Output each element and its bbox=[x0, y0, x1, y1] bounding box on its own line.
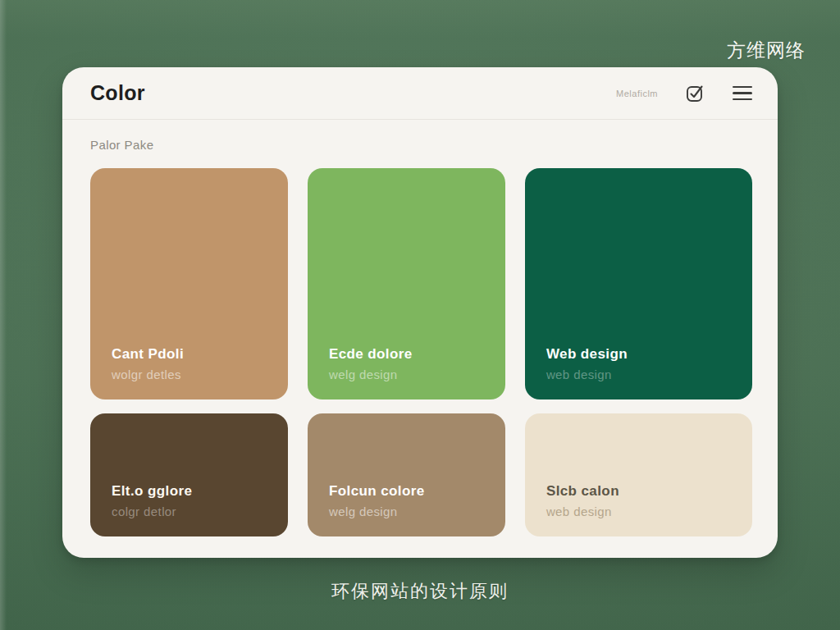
swatch-grid: Cant Pdoli wolgr detles Ecde dolore welg… bbox=[90, 168, 752, 536]
color-swatch[interactable]: Folcun colore welg design bbox=[308, 413, 505, 536]
swatch-name: Cant Pdoli bbox=[112, 346, 267, 363]
page-title: Color bbox=[90, 81, 145, 105]
swatch-name: Web design bbox=[546, 346, 731, 363]
header-meta-label: Melaficlm bbox=[616, 89, 658, 98]
checkbox-check-icon[interactable] bbox=[684, 83, 705, 104]
color-swatch[interactable]: Ecde dolore welg design bbox=[308, 168, 505, 399]
hamburger-menu-icon[interactable] bbox=[732, 83, 753, 104]
palette-subtitle: Palor Pake bbox=[90, 138, 750, 152]
swatch-name: Folcun colore bbox=[329, 483, 484, 500]
header-actions: Melaficlm bbox=[616, 83, 753, 104]
watermark-text: 方维网络 bbox=[727, 38, 806, 63]
card-header: Color Melaficlm bbox=[62, 67, 778, 120]
swatch-description: colgr detlor bbox=[112, 504, 267, 518]
swatch-name: Ecde dolore bbox=[329, 346, 484, 363]
swatch-description: web design bbox=[546, 504, 731, 518]
caption-text: 环保网站的设计原则 bbox=[0, 579, 840, 604]
swatch-description: wolgr detles bbox=[112, 368, 267, 381]
color-swatch[interactable]: Cant Pdoli wolgr detles bbox=[90, 168, 288, 399]
swatch-description: welg design bbox=[329, 368, 484, 381]
swatch-description: welg design bbox=[329, 504, 484, 518]
color-swatch[interactable]: Web design web design bbox=[525, 168, 752, 399]
color-swatch[interactable]: Elt.o gglore colgr detlor bbox=[90, 413, 288, 536]
swatch-description: web design bbox=[546, 368, 731, 381]
swatch-name: Slcb calon bbox=[546, 483, 731, 500]
color-swatch[interactable]: Slcb calon web design bbox=[525, 413, 752, 536]
swatch-name: Elt.o gglore bbox=[112, 483, 267, 500]
color-palette-card: Color Melaficlm Palor Pake Cant Pdoli wo… bbox=[62, 67, 778, 558]
background: 方维网络 Color Melaficlm Palor Pake Cant Pdo… bbox=[0, 0, 840, 630]
